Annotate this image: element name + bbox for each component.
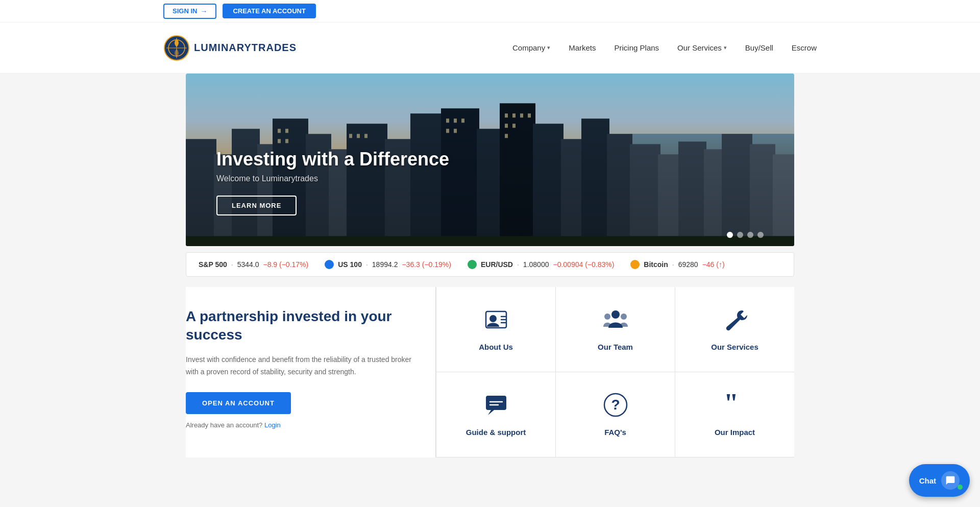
chevron-down-icon-2: ▾ — [724, 44, 727, 51]
header: LUMINARYTRADES Company ▾ Markets Pricing… — [0, 22, 980, 74]
features-grid: About Us Our Team — [436, 287, 794, 457]
ticker-price: 1.08000 — [523, 260, 549, 269]
our-services-label: Our Services — [711, 343, 758, 351]
create-account-button[interactable]: CREATE AN ACCOUNT — [223, 4, 316, 18]
top-bar: SIGN IN → CREATE AN ACCOUNT — [0, 0, 980, 22]
ticker-price: 18994.2 — [372, 260, 398, 269]
svg-point-53 — [611, 310, 620, 319]
ticker-change: −46 (↑) — [702, 260, 725, 269]
svg-text:": " — [724, 393, 739, 417]
already-account-text: Already have an account? Login — [186, 421, 415, 429]
ticker-price: 5344.0 — [237, 260, 259, 269]
grid-cell-our-team[interactable]: Our Team — [555, 287, 675, 372]
grid-cell-our-impact[interactable]: " Our Impact — [675, 372, 794, 457]
svg-point-55 — [621, 313, 627, 320]
ticker-item-eurusd: EUR/USD · 1.08000 −0.00904 (−0.83%) — [468, 260, 614, 269]
ticker-dot-eurusd — [468, 260, 477, 269]
wrench-icon — [723, 307, 747, 336]
question-icon: ? — [603, 393, 628, 422]
open-account-button[interactable]: OPEN AN ACCOUNT — [186, 392, 291, 414]
ticker-symbol: Bitcoin — [644, 260, 668, 269]
hero-subtitle: Welcome to Luminarytrades — [216, 174, 449, 183]
ticker-price: 69280 — [678, 260, 698, 269]
about-us-label: About Us — [479, 343, 513, 351]
guide-support-label: Guide & support — [466, 428, 526, 437]
ticker-symbol: EUR/USD — [481, 260, 513, 269]
ticker-symbol: S&P 500 — [199, 260, 227, 269]
ticker-item-bitcoin: Bitcoin · 69280 −46 (↑) — [630, 260, 724, 269]
ticker-dot-bitcoin — [630, 260, 640, 269]
ticker-change: −8.9 (−0.17%) — [263, 260, 309, 269]
hero-content: Investing with a Difference Welcome to L… — [216, 149, 449, 215]
hero-carousel-dots — [727, 232, 764, 238]
carousel-dot-1[interactable] — [727, 232, 733, 238]
main-nav: Company ▾ Markets Pricing Plans Our Serv… — [512, 43, 817, 52]
ticker-symbol: US 100 — [338, 260, 362, 269]
logo[interactable]: LUMINARYTRADES — [163, 35, 297, 61]
our-team-label: Our Team — [598, 343, 633, 351]
svg-rect-56 — [486, 396, 506, 410]
nav-item-escrow[interactable]: Escrow — [792, 43, 817, 52]
svg-marker-57 — [488, 410, 494, 415]
grid-cell-about-us[interactable]: About Us — [436, 287, 555, 372]
logo-icon — [163, 35, 190, 61]
hero-container: Investing with a Difference Welcome to L… — [186, 74, 794, 246]
grid-cell-faqs[interactable]: ? FAQ's — [555, 372, 675, 457]
svg-point-54 — [604, 313, 610, 320]
ticker-dot-us100 — [325, 260, 334, 269]
partnership-title: A partnership invested in your success — [186, 307, 415, 345]
nav-item-buysell[interactable]: Buy/Sell — [745, 43, 773, 52]
hero-title: Investing with a Difference — [216, 149, 449, 170]
signin-arrow-icon: → — [200, 7, 207, 15]
signin-label: SIGN IN — [173, 7, 197, 15]
nav-item-company[interactable]: Company ▾ — [512, 43, 550, 52]
learn-more-button[interactable]: LEARN MORE — [216, 196, 297, 215]
nav-item-markets[interactable]: Markets — [569, 43, 596, 52]
ticker-item-us100: US 100 · 18994.2 −36.3 (−0.19%) — [325, 260, 451, 269]
main-content: A partnership invested in your success I… — [186, 287, 794, 457]
group-icon — [603, 307, 628, 336]
login-link[interactable]: Login — [264, 421, 281, 429]
signin-button[interactable]: SIGN IN → — [163, 4, 216, 19]
nav-item-services[interactable]: Our Services ▾ — [677, 43, 727, 52]
partnership-description: Invest with confidence and benefit from … — [186, 354, 415, 378]
svg-point-49 — [489, 315, 497, 322]
left-panel: A partnership invested in your success I… — [186, 287, 436, 457]
hero-section: Investing with a Difference Welcome to L… — [186, 74, 794, 246]
person-card-icon — [484, 307, 508, 336]
logo-text: LUMINARYTRADES — [194, 42, 297, 54]
chat-bubble-icon — [484, 393, 508, 422]
svg-text:?: ? — [611, 397, 620, 413]
grid-cell-guide-support[interactable]: Guide & support — [436, 372, 555, 457]
nav-item-pricing[interactable]: Pricing Plans — [615, 43, 659, 52]
faqs-label: FAQ's — [604, 428, 626, 437]
grid-cell-our-services[interactable]: Our Services — [675, 287, 794, 372]
carousel-dot-4[interactable] — [757, 232, 764, 238]
ticker-change: −36.3 (−0.19%) — [402, 260, 451, 269]
our-impact-label: Our Impact — [715, 428, 755, 437]
chevron-down-icon: ▾ — [547, 44, 550, 51]
ticker-change: −0.00904 (−0.83%) — [553, 260, 614, 269]
carousel-dot-2[interactable] — [737, 232, 743, 238]
carousel-dot-3[interactable] — [747, 232, 753, 238]
market-ticker: S&P 500 · 5344.0 −8.9 (−0.17%) US 100 · … — [186, 252, 794, 277]
quote-icon: " — [723, 393, 747, 422]
ticker-item-sp500: S&P 500 · 5344.0 −8.9 (−0.17%) — [199, 260, 308, 269]
